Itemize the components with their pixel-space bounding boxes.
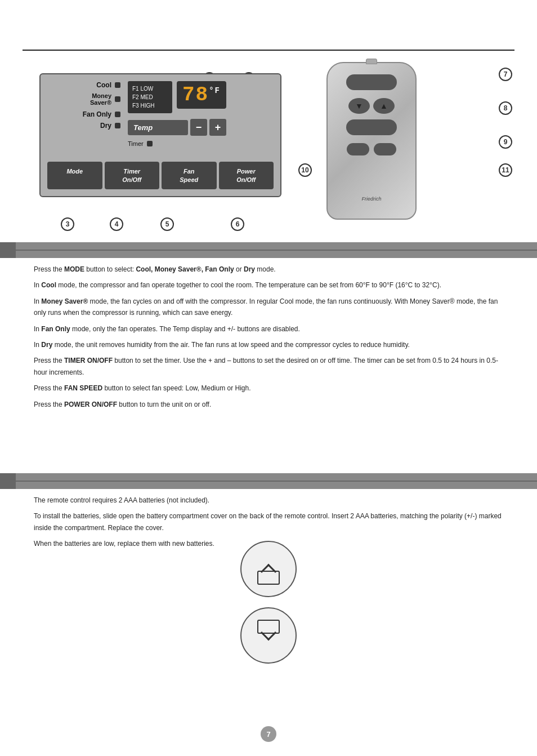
temp-row: Temp − +: [128, 119, 226, 136]
remote-btn-top[interactable]: [346, 74, 397, 90]
remote-btn-mid[interactable]: [346, 119, 397, 135]
remote-btn-bottom-row: [347, 143, 396, 155]
section2-header: [0, 473, 537, 489]
remote-callout-10: 10: [298, 163, 312, 177]
timer-indicator: Timer: [128, 140, 226, 147]
battery-diagrams: [240, 541, 297, 664]
temp-label: Temp: [128, 120, 188, 135]
remote-body: ▼ ▲ Friedrich: [326, 62, 417, 220]
temp-plus-btn[interactable]: +: [209, 119, 226, 136]
panel-buttons: Mode TimerOn/Off FanSpeed PowerOn/Off: [47, 162, 274, 189]
timer-led: [147, 141, 153, 146]
fan-only-mode: Fan Only: [47, 110, 120, 118]
mode-button[interactable]: Mode: [47, 162, 102, 189]
money-saver-led: [115, 96, 120, 102]
callout-6: 6: [231, 217, 244, 231]
fan-speed-f3: F3 HIGH: [132, 101, 168, 110]
section1-para-1: Press the MODE button to select: Cool, M…: [34, 264, 503, 275]
section1-para-3: In Money Saver® mode, the fan cycles on …: [34, 296, 503, 319]
fan-speed-button[interactable]: FanSpeed: [162, 162, 217, 189]
power-on-off-button[interactable]: PowerOn/Off: [219, 162, 274, 189]
remote-btn-small-right[interactable]: [374, 143, 396, 155]
remote-callout-8: 8: [499, 101, 512, 115]
section1-header: [0, 242, 537, 258]
battery-shape-2: [257, 620, 280, 634]
section1-para-2: In Cool mode, the compressor and fan ope…: [34, 279, 503, 291]
timer-on-off-button[interactable]: TimerOn/Off: [105, 162, 160, 189]
battery-shape-1: [257, 571, 280, 585]
remote-callout-7: 7: [499, 68, 512, 81]
temp-unit: °F: [209, 86, 221, 95]
cool-led: [115, 82, 120, 88]
section1-para-6: Press the TIMER ON/OFF button to set the…: [34, 355, 503, 378]
section1-para-4: In Fan Only mode, only the fan operates.…: [34, 323, 503, 335]
section2-para-1: The remote control requires 2 AAA batter…: [34, 495, 503, 506]
remote-brand: Friedrich: [361, 196, 381, 202]
top-horizontal-rule: [23, 50, 514, 51]
remote-arrow-buttons: ▼ ▲: [348, 98, 395, 114]
section2-para-2: To install the batteries, slide open the…: [34, 510, 503, 533]
control-panel-box: Cool MoneySaver® Fan Only Dry F1 LOW F2: [39, 73, 281, 197]
battery-diagram-1: [240, 541, 297, 597]
money-saver-mode: MoneySaver®: [47, 92, 120, 106]
control-panel-diagram: 1 2 Cool MoneySaver® Fan Only Dry: [23, 56, 304, 237]
cool-label: Cool: [47, 81, 111, 89]
page-number: 7: [261, 726, 276, 742]
remote-arrow-down[interactable]: ▼: [348, 98, 370, 114]
callout-4: 4: [110, 217, 123, 231]
fan-speed-f1: F1 LOW: [132, 85, 168, 93]
dry-label: Dry: [47, 122, 111, 130]
section1-box: [0, 242, 16, 258]
dry-led: [115, 123, 120, 128]
section1-para-7: Press the FAN SPEED button to select fan…: [34, 383, 503, 394]
remote-nub: [366, 59, 377, 64]
callout-5: 5: [160, 217, 174, 231]
remote-diagram: ▼ ▲ Friedrich 7 8 9 10 11: [310, 56, 523, 237]
section1-para-8: Press the POWER ON/OFF button to turn th…: [34, 399, 503, 410]
callout-3: 3: [61, 217, 74, 231]
section1-content: Press the MODE button to select: Cool, M…: [34, 264, 503, 415]
battery-diagram-2: [240, 607, 297, 664]
timer-label: Timer: [128, 140, 144, 147]
dry-mode: Dry: [47, 122, 120, 130]
fan-speed-box: F1 LOW F2 MED F3 HIGH: [128, 81, 172, 113]
section2-box: [0, 473, 16, 489]
fan-only-label: Fan Only: [47, 110, 111, 118]
cool-mode: Cool: [47, 81, 120, 89]
temp-display: 78°F: [177, 81, 226, 109]
fan-speed-f2: F2 MED: [132, 93, 168, 101]
remote-callout-9: 9: [499, 135, 512, 149]
section2-line: [16, 481, 537, 482]
mode-indicators: Cool MoneySaver® Fan Only Dry: [47, 81, 120, 133]
section1-para-5: In Dry mode, the unit removes humidity f…: [34, 339, 503, 350]
remote-callout-11: 11: [499, 163, 512, 177]
temp-minus-btn[interactable]: −: [190, 119, 207, 136]
fan-only-led: [115, 112, 120, 117]
section1-line: [16, 250, 537, 251]
remote-btn-small-left[interactable]: [347, 143, 369, 155]
remote-arrow-up[interactable]: ▲: [373, 98, 395, 114]
money-saver-label: MoneySaver®: [47, 92, 111, 106]
panel-center: F1 LOW F2 MED F3 HIGH 78°F Temp − + Time…: [128, 81, 226, 147]
